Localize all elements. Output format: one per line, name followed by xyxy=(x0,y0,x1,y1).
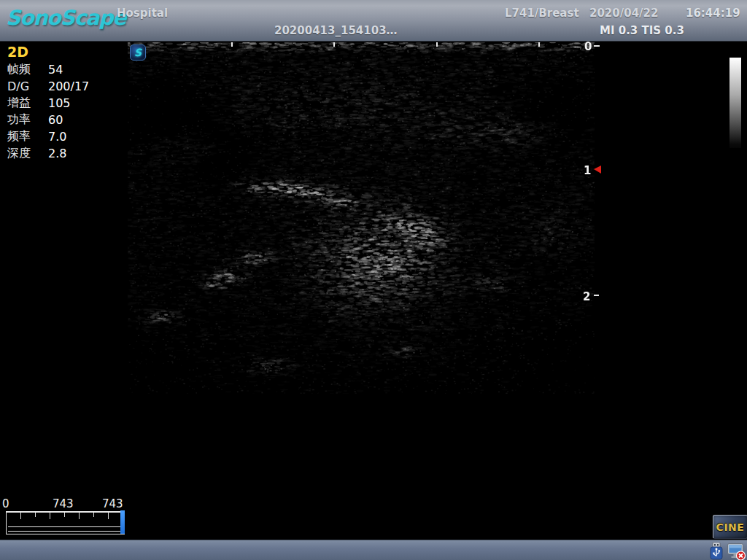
exam-date: 2020/04/22 xyxy=(589,7,658,20)
cine-tick xyxy=(108,513,109,519)
param-label: 帧频 xyxy=(7,62,48,77)
param-value: 60 xyxy=(48,113,63,127)
cine-frame-labels: 0 743 743 xyxy=(0,497,146,510)
usb-icon[interactable] xyxy=(709,542,724,560)
cine-total-frames: 743 xyxy=(102,497,123,510)
cine-button[interactable]: CINE xyxy=(713,515,747,539)
depth-ruler-label-0: 0 xyxy=(584,40,592,53)
cine-track-line xyxy=(8,526,123,532)
b-mode-image xyxy=(128,42,595,394)
param-label: 频率 xyxy=(7,129,48,144)
grayscale-map-bar xyxy=(729,58,741,148)
param-row-framerate: 帧频 54 xyxy=(7,61,124,78)
param-value: 2.8 xyxy=(48,147,66,160)
width-scale-tick xyxy=(538,42,540,47)
network-error-icon[interactable] xyxy=(727,542,746,560)
cine-position-cursor[interactable] xyxy=(120,510,125,534)
cine-tick xyxy=(20,513,21,519)
param-row-frequency: 频率 7.0 xyxy=(7,128,124,145)
width-scale-tick xyxy=(436,42,438,47)
cine-tick xyxy=(79,513,80,519)
cine-tick xyxy=(50,513,50,519)
cine-tick xyxy=(93,513,94,517)
cine-tick xyxy=(64,513,65,517)
param-label: D/G xyxy=(7,79,48,93)
top-bar: SonoScape Hospital 20200413_154103… L741… xyxy=(0,0,747,42)
param-label: 功率 xyxy=(7,112,48,128)
param-row-dg: D/G 200/17 xyxy=(7,78,124,95)
b-mode-badge-glyph: S xyxy=(134,47,142,58)
probe-preset: L741/Breast xyxy=(505,7,579,20)
param-row-depth: 深度 2.8 xyxy=(7,145,124,162)
ultrasound-image: S xyxy=(128,42,595,394)
param-value: 105 xyxy=(48,96,71,110)
cine-range-start: 0 xyxy=(2,497,9,510)
param-label: 增益 xyxy=(7,96,48,111)
cine-button-label: CINE xyxy=(716,521,745,533)
cine-current-frame: 743 xyxy=(53,497,74,510)
depth-ruler-tick xyxy=(594,45,600,47)
depth-ruler-label-2: 2 xyxy=(583,290,590,303)
param-value: 54 xyxy=(48,63,63,77)
study-id: 20200413_154103… xyxy=(274,24,398,37)
param-label: 深度 xyxy=(7,146,48,161)
param-row-power: 功率 60 xyxy=(7,112,124,128)
b-mode-badge-icon: S xyxy=(130,44,146,61)
exam-time: 16:44:19 xyxy=(686,7,740,20)
width-scale-tick xyxy=(231,42,233,47)
param-value: 7.0 xyxy=(48,130,66,144)
parameter-panel: 2D 帧频 54 D/G 200/17 增益 105 功率 60 频率 7.0 … xyxy=(7,44,124,162)
cine-scrubber-track[interactable] xyxy=(6,511,125,534)
hospital-name: Hospital xyxy=(117,7,168,20)
task-bar xyxy=(0,540,747,560)
sonoscape-logo: SonoScape xyxy=(6,6,125,30)
param-value: 200/17 xyxy=(48,79,89,93)
acoustic-output: MI 0.3 TIS 0.3 xyxy=(600,24,684,37)
depth-ruler-label-1: 1 xyxy=(584,164,591,177)
ultrasound-screen: SonoScape Hospital 20200413_154103… L741… xyxy=(0,0,747,560)
mode-label: 2D xyxy=(7,44,124,61)
width-scale-tick xyxy=(333,42,335,47)
focus-arrow-icon xyxy=(594,166,601,174)
param-row-gain: 增益 105 xyxy=(7,95,124,112)
depth-ruler-tick xyxy=(594,295,599,296)
cine-tick xyxy=(35,513,36,517)
